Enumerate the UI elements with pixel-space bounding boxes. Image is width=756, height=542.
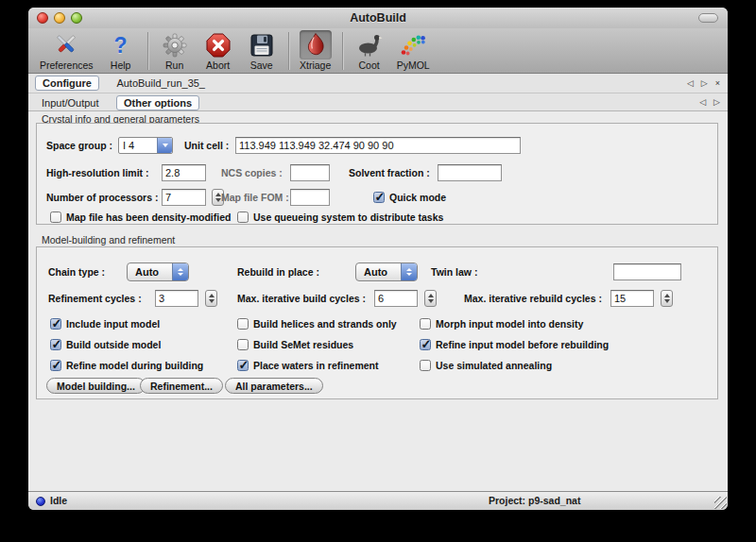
- map-file-fom-label: Map file FOM :: [221, 189, 289, 206]
- toolbar-item-label: Save: [250, 59, 273, 71]
- model-section-box: Chain type : Auto Rebuild in place : Aut…: [36, 246, 718, 399]
- unit-cell-label: Unit cell :: [184, 137, 229, 154]
- autobuild-window: AutoBuild Preferences: [28, 8, 728, 510]
- preferences-icon: [50, 30, 82, 59]
- simulated-annealing-checkbox[interactable]: Use simulated annealing: [420, 359, 552, 372]
- checkbox-label: Map file has been density-modified: [66, 212, 231, 223]
- checkbox-label: Morph input model into density: [436, 318, 583, 330]
- chevron-down-icon[interactable]: [157, 138, 172, 153]
- max-build-cycles-stepper[interactable]: [424, 290, 437, 307]
- ncs-copies-label: NCS copies :: [221, 164, 283, 181]
- refine-during-building-checkbox[interactable]: Refine model during building: [50, 359, 203, 372]
- max-rebuild-cycles-stepper[interactable]: [661, 290, 673, 307]
- checkbox-box[interactable]: [50, 360, 61, 371]
- tab-input-output[interactable]: Input/Output: [35, 96, 106, 110]
- save-icon: [246, 30, 278, 59]
- chain-type-label: Chain type :: [48, 263, 105, 280]
- checkbox-box[interactable]: [373, 192, 385, 203]
- high-resolution-limit-input[interactable]: [162, 164, 206, 181]
- space-group-combobox[interactable]: I 4: [118, 137, 173, 154]
- subtab-next-icon[interactable]: ▷: [713, 98, 720, 107]
- refinement-cycles-input[interactable]: [155, 290, 198, 307]
- subtab-prev-icon[interactable]: ◁: [699, 98, 706, 107]
- ncs-copies-input[interactable]: [290, 164, 330, 181]
- model-building-button[interactable]: Model building...: [46, 378, 146, 394]
- abort-icon: [202, 30, 234, 59]
- tab-configure[interactable]: Configure: [35, 76, 99, 91]
- popup-arrows-icon[interactable]: [172, 263, 188, 280]
- toolbar-item-label: Coot: [359, 59, 380, 71]
- checkbox-label: Use queueing system to distribute tasks: [253, 212, 443, 223]
- quick-mode-checkbox[interactable]: Quick mode: [373, 191, 446, 204]
- toolbar-toggle-button[interactable]: [698, 13, 718, 23]
- tab-other-options[interactable]: Other options: [116, 95, 199, 110]
- tab-prev-icon[interactable]: ◁: [687, 79, 694, 88]
- checkbox-label: Place waters in refinement: [253, 360, 378, 371]
- max-rebuild-cycles-input[interactable]: [610, 290, 654, 307]
- checkbox-box[interactable]: [420, 339, 431, 350]
- project-label: Project: p9-sad_nat: [489, 495, 580, 506]
- subtab-nav-controls: ◁ ▷: [699, 93, 720, 110]
- toolbar-item-label: PyMOL: [397, 59, 430, 71]
- help-button[interactable]: ? Help: [99, 30, 143, 71]
- max-build-cycles-label: Max. iterative build cycles :: [237, 290, 366, 307]
- morph-input-model-checkbox[interactable]: Morph input model into density: [420, 317, 583, 330]
- coot-button[interactable]: Coot: [348, 30, 391, 71]
- help-icon: ?: [105, 30, 137, 59]
- place-waters-checkbox[interactable]: Place waters in refinement: [237, 359, 378, 372]
- solvent-fraction-label: Solvent fraction :: [349, 164, 430, 181]
- refine-input-model-checkbox[interactable]: Refine input model before rebuilding: [420, 338, 609, 351]
- save-button[interactable]: Save: [240, 30, 284, 71]
- tab-next-icon[interactable]: ▷: [701, 79, 708, 88]
- space-group-label: Space group :: [46, 137, 112, 154]
- tab-close-icon[interactable]: ×: [715, 79, 720, 88]
- checkbox-box[interactable]: [50, 212, 61, 223]
- chain-type-popup[interactable]: Auto: [127, 263, 189, 281]
- toolbar-separator: [288, 32, 289, 70]
- build-semet-residues-checkbox[interactable]: Build SeMet residues: [237, 338, 353, 351]
- include-input-model-checkbox[interactable]: Include input model: [50, 317, 160, 330]
- solvent-fraction-input[interactable]: [438, 164, 502, 181]
- checkbox-box[interactable]: [420, 318, 431, 330]
- refinement-cycles-stepper[interactable]: [205, 290, 217, 307]
- run-button[interactable]: Run: [153, 30, 197, 71]
- build-helices-strands-checkbox[interactable]: Build helices and strands only: [237, 317, 397, 330]
- xtriage-button[interactable]: Xtriage: [294, 30, 337, 71]
- all-parameters-button[interactable]: All parameters...: [225, 378, 323, 394]
- unit-cell-input[interactable]: [235, 137, 521, 154]
- toolbar: Preferences ? Help: [28, 28, 728, 74]
- tab-nav-controls: ◁ ▷ ×: [687, 74, 720, 93]
- checkbox-box[interactable]: [237, 360, 249, 371]
- checkbox-box[interactable]: [237, 318, 249, 330]
- main-tab-bar: Configure AutoBuild_run_35_ ◁ ▷ ×: [28, 74, 728, 93]
- crystal-section-box: Space group : I 4 Unit cell : High-resol…: [36, 123, 718, 225]
- number-of-processors-input[interactable]: [162, 189, 206, 206]
- checkbox-box[interactable]: [237, 339, 249, 350]
- build-outside-model-checkbox[interactable]: Build outside model: [50, 338, 161, 351]
- preferences-button[interactable]: Preferences: [34, 30, 99, 71]
- pymol-button[interactable]: PyMOL: [391, 30, 436, 71]
- rebuild-in-place-popup[interactable]: Auto: [355, 263, 418, 281]
- queueing-system-checkbox[interactable]: Use queueing system to distribute tasks: [237, 211, 443, 224]
- tab-autobuild-run-35[interactable]: AutoBuild_run_35_: [110, 76, 212, 90]
- abort-button[interactable]: Abort: [197, 30, 240, 71]
- checkbox-box[interactable]: [50, 339, 61, 350]
- checkbox-box[interactable]: [50, 318, 61, 330]
- toolbar-item-label: Run: [165, 59, 183, 71]
- map-file-fom-input[interactable]: [290, 189, 330, 206]
- checkbox-label: Build outside model: [66, 339, 161, 350]
- resize-grip[interactable]: [714, 497, 727, 509]
- checkbox-box[interactable]: [420, 360, 431, 371]
- max-build-cycles-input[interactable]: [374, 290, 418, 307]
- refinement-button[interactable]: Refinement...: [140, 378, 223, 394]
- checkbox-label: Build helices and strands only: [253, 318, 397, 330]
- checkbox-label: Build SeMet residues: [253, 339, 353, 350]
- twin-law-label: Twin law :: [431, 263, 477, 280]
- checkbox-label: Refine model during building: [66, 360, 203, 371]
- density-modified-checkbox[interactable]: Map file has been density-modified: [50, 211, 231, 224]
- checkbox-box[interactable]: [237, 212, 249, 223]
- popup-arrows-icon[interactable]: [401, 263, 417, 280]
- space-group-value: I 4: [123, 138, 134, 153]
- coot-bird-icon: [353, 30, 386, 59]
- twin-law-input[interactable]: [613, 263, 681, 280]
